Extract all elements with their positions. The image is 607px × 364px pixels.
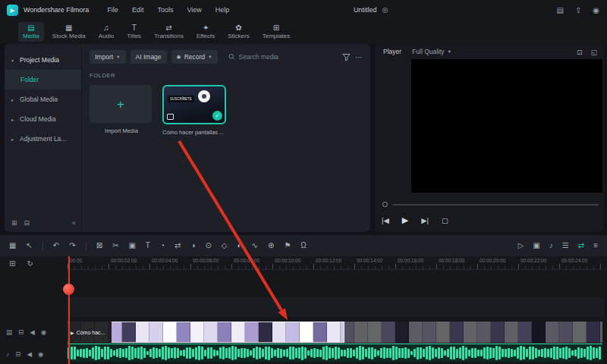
undo-icon[interactable]: ↶ [53, 242, 59, 249]
timeline-ruler[interactable]: 00:0000:00:02:0000:00:04:0000:00:06:0000… [68, 256, 607, 270]
import-button[interactable]: Import ▼ [90, 50, 126, 64]
auto-ripple-icon[interactable]: ⇄ [578, 242, 584, 249]
crop-icon[interactable]: ▣ [128, 242, 135, 249]
sidebar-item-folder[interactable]: Folder [5, 70, 81, 89]
redo-icon[interactable]: ↷ [69, 242, 75, 249]
snap-icon[interactable]: Ω [300, 242, 306, 249]
export-icon[interactable]: ⇪ [575, 6, 581, 14]
zoom-icon[interactable]: ⊕ [268, 242, 274, 249]
playhead-handle[interactable] [63, 284, 74, 295]
speed-icon[interactable]: ◔ [160, 242, 165, 249]
video-clip[interactable]: ▶ Cómo hac... [68, 322, 602, 343]
delete-folder-icon[interactable]: ⊟ [24, 219, 30, 227]
new-folder-icon[interactable]: ⊞ [11, 219, 17, 227]
hide-track-icon[interactable]: ◉ [41, 328, 46, 336]
play-button[interactable]: ▶ [402, 215, 408, 225]
sync-status-icon[interactable]: ◎ [382, 6, 388, 14]
waveform-bar [568, 348, 571, 359]
tab-stock-media[interactable]: ▦ Stock Media [48, 22, 90, 42]
more-options-icon[interactable]: ⋯ [355, 53, 363, 61]
media-panel: ▾ Project Media Folder ▸ Global Media ▸ … [5, 44, 370, 232]
split-icon[interactable]: ✂ [112, 242, 118, 249]
clip-thumbnail-icon[interactable]: ▤ [6, 328, 12, 336]
render-preview-icon[interactable]: ▷ [518, 242, 524, 249]
loop-icon[interactable]: ↻ [27, 259, 33, 268]
tab-templates[interactable]: ⊞ Templates [258, 22, 294, 42]
keyframe-icon[interactable]: ◇ [222, 242, 228, 249]
color-icon[interactable]: ◑ [190, 242, 195, 249]
waveform-bar [250, 350, 252, 356]
preview-viewport[interactable] [411, 59, 602, 193]
stop-button[interactable]: ▢ [442, 216, 448, 224]
delete-icon[interactable]: ⊠ [96, 242, 102, 249]
ai-image-button[interactable]: AI Image [131, 50, 167, 64]
waveform-bar [89, 350, 91, 356]
mask-icon[interactable]: ◐ [237, 242, 242, 249]
lock-track-icon[interactable]: ⊟ [15, 350, 20, 358]
chroma-key-icon[interactable]: ⊙ [205, 242, 211, 249]
waveform-bar [292, 347, 294, 359]
text-icon[interactable]: T [146, 242, 150, 249]
ruler-label: 00:00:10:00 [275, 258, 300, 263]
voiceover-icon[interactable]: ♪ [549, 242, 553, 249]
workspace-layout-icon[interactable]: ▤ [556, 6, 563, 14]
account-icon[interactable]: ◉ [593, 6, 599, 14]
menu-file[interactable]: File [107, 6, 118, 14]
waveform-bar [131, 347, 134, 360]
waveform-bar [319, 350, 322, 357]
motion-icon[interactable]: ∿ [252, 242, 258, 249]
search-input[interactable] [239, 53, 338, 61]
collapse-panel-icon[interactable]: « [72, 219, 76, 227]
track-size-icon[interactable]: ≡ [593, 242, 598, 249]
marker-icon[interactable]: ⚑ [284, 242, 291, 249]
import-media-tile[interactable]: + Import Media [90, 85, 153, 134]
import-media-dropzone[interactable]: + [90, 85, 152, 123]
record-button[interactable]: ◉ Record ▼ [171, 50, 218, 64]
audio-track-icon[interactable]: ♪ [6, 350, 9, 358]
seek-bar[interactable] [382, 202, 599, 207]
tab-titles[interactable]: T Titles [122, 22, 146, 42]
menu-help[interactable]: Help [215, 6, 230, 14]
seek-handle[interactable] [382, 202, 388, 207]
filmstrip-frame [149, 322, 163, 343]
waveform-bar [83, 349, 85, 358]
tab-transitions[interactable]: ⇄ Transitions [149, 22, 188, 42]
lock-track-icon[interactable]: ⊟ [18, 328, 24, 336]
tab-media[interactable]: ▤ Media [18, 22, 44, 42]
tab-audio[interactable]: ♫ Audio [94, 22, 118, 42]
prev-frame-button[interactable]: |◀ [382, 216, 389, 224]
menu-view[interactable]: View [187, 6, 201, 14]
tab-stickers[interactable]: ✿ Stickers [223, 22, 253, 42]
quality-dropdown[interactable]: Full Quality ▼ [412, 48, 451, 55]
filmora-logo[interactable]: ▶ [7, 5, 18, 16]
mute-track-icon[interactable]: ◀ [30, 328, 35, 336]
menu-edit[interactable]: Edit [132, 6, 144, 14]
media-clip-tile[interactable]: SUSCRÍBETE ✓ Cómo hacer pantallas ... [162, 85, 226, 136]
waveform-bar [234, 347, 237, 359]
clip-thumbnail[interactable]: SUSCRÍBETE ✓ [162, 85, 226, 124]
track-manage-icon[interactable]: ▦ [9, 242, 16, 249]
seek-track[interactable] [392, 204, 599, 206]
screen-record-icon[interactable]: ▣ [533, 242, 539, 249]
sidebar-item-global-media[interactable]: ▸ Global Media [5, 89, 81, 109]
empty-track-lane[interactable] [68, 297, 604, 317]
ruler-label: 00:00:14:00 [357, 258, 382, 263]
mixer-icon[interactable]: ☰ [562, 242, 569, 249]
transition-icon[interactable]: ⇄ [175, 242, 181, 249]
audio-clip[interactable] [68, 344, 602, 362]
next-frame-button[interactable]: ▶| [421, 216, 429, 224]
snapshot-icon[interactable]: ⊡ [577, 49, 583, 56]
add-track-icon[interactable]: ⊞ [9, 259, 15, 268]
playhead[interactable] [68, 256, 70, 364]
mute-track-icon[interactable]: ◀ [27, 350, 32, 358]
menu-tools[interactable]: Tools [157, 6, 173, 14]
sidebar-item-adjustment-layer[interactable]: ▸ Adjustment La... [5, 129, 81, 149]
fullscreen-icon[interactable]: ◱ [590, 49, 597, 56]
waveform-bar [216, 350, 219, 356]
sidebar-item-cloud-media[interactable]: ▸ Cloud Media [5, 109, 81, 129]
pointer-tool-icon[interactable]: ↖ [26, 242, 32, 249]
hide-track-icon[interactable]: ◉ [38, 350, 43, 358]
filter-icon[interactable] [342, 53, 351, 61]
sidebar-item-project-media[interactable]: ▾ Project Media [5, 50, 81, 70]
tab-effects[interactable]: ✦ Effects [192, 22, 219, 42]
